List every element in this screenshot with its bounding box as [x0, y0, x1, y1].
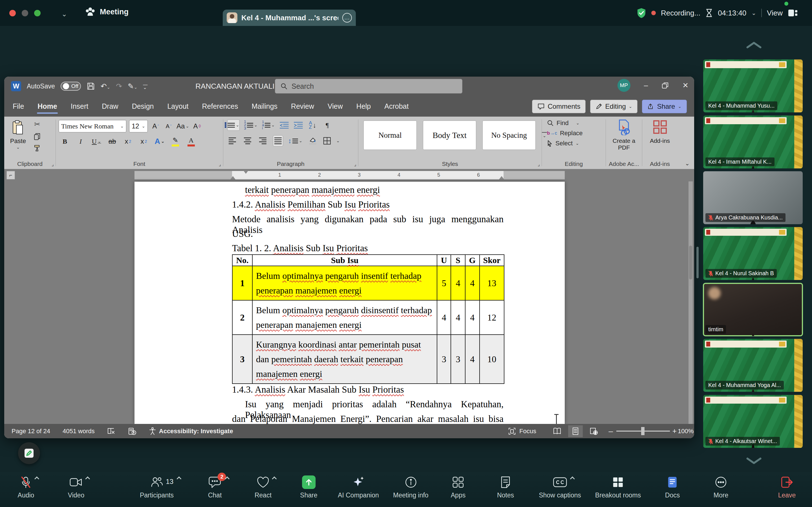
print-layout-button[interactable]: [568, 425, 583, 437]
font-size-combo[interactable]: 12⌄: [129, 120, 148, 132]
chevron-down-icon[interactable]: ⌄: [61, 10, 67, 18]
restore-icon[interactable]: [661, 82, 669, 89]
tab-acrobat[interactable]: Acrobat: [384, 100, 409, 113]
audio-chevron-icon[interactable]: [35, 476, 40, 482]
breakout-rooms-button[interactable]: Breakout rooms: [595, 475, 641, 499]
zoom-slider[interactable]: [616, 431, 670, 432]
bold-button[interactable]: B: [60, 136, 70, 147]
meeting-info-button[interactable]: Meeting info: [393, 475, 428, 499]
style-normal[interactable]: Normal: [363, 121, 417, 150]
strikethrough-button[interactable]: ab: [107, 136, 117, 147]
participant-tile[interactable]: Kel 4 - Muhammad Yoga Al...: [703, 339, 803, 392]
editing-mode-button[interactable]: Editing⌄: [590, 100, 638, 113]
style-no-spacing[interactable]: No Spacing: [483, 121, 536, 150]
font-dialog-launcher[interactable]: ⌟: [219, 161, 221, 167]
participant-tile-active[interactable]: timtim: [703, 283, 803, 336]
quick-access-overflow-icon[interactable]: —⌄: [143, 83, 147, 89]
undo-button[interactable]: ↶⌄: [101, 82, 110, 91]
tab-help[interactable]: Help: [356, 100, 371, 113]
proofing-icon[interactable]: [107, 427, 116, 435]
subscript-button[interactable]: x2: [123, 136, 133, 147]
apps-button[interactable]: Apps: [451, 475, 465, 499]
paragraph-dialog-launcher[interactable]: ⌟: [354, 161, 356, 167]
decrease-indent-button[interactable]: [280, 121, 289, 129]
chat-button[interactable]: 2 Chat: [208, 475, 222, 499]
right-indent-marker[interactable]: [499, 176, 504, 179]
security-shield-icon[interactable]: [637, 8, 646, 18]
participants-button[interactable]: 13 Participants: [140, 475, 174, 499]
grow-font-button[interactable]: Aˆ: [151, 121, 161, 132]
video-chevron-icon[interactable]: [86, 476, 90, 482]
show-marks-button[interactable]: ¶: [322, 119, 333, 131]
autosave-toggle[interactable]: Off: [61, 82, 81, 91]
tab-insert[interactable]: Insert: [70, 100, 89, 113]
share-button[interactable]: Share⌄: [642, 100, 687, 113]
leave-button[interactable]: Leave: [778, 475, 796, 499]
format-painter-icon[interactable]: [34, 145, 41, 152]
comments-button[interactable]: Comments: [532, 100, 586, 113]
search-box[interactable]: Search: [275, 79, 462, 94]
addins-button[interactable]: Add-ins: [642, 119, 677, 144]
align-left-button[interactable]: [227, 135, 238, 147]
copy-icon[interactable]: [34, 133, 41, 140]
left-indent-marker[interactable]: [231, 176, 236, 179]
tab-mailings[interactable]: Mailings: [251, 100, 278, 113]
replace-button[interactable]: b→c Replace: [547, 129, 583, 137]
italic-button[interactable]: I: [75, 136, 86, 147]
shading-button[interactable]: [308, 135, 318, 147]
tab-selector[interactable]: ⌐: [6, 171, 15, 179]
history-icon[interactable]: [128, 427, 137, 435]
tab-layout[interactable]: Layout: [167, 100, 189, 113]
zoom-percent[interactable]: 100%: [678, 428, 693, 435]
borders-chevron-icon[interactable]: ⌄: [336, 138, 340, 144]
close-icon[interactable]: ✕: [682, 81, 689, 90]
participants-chevron-icon[interactable]: [177, 476, 182, 482]
share-screen-button[interactable]: Share: [300, 475, 317, 499]
tab-references[interactable]: References: [202, 100, 239, 113]
clipboard-dialog-launcher[interactable]: ⌟: [52, 161, 54, 167]
save-icon[interactable]: [87, 82, 95, 91]
focus-button[interactable]: Focus: [508, 427, 536, 435]
word-count[interactable]: 4051 words: [63, 428, 95, 435]
read-mode-button[interactable]: [550, 425, 564, 437]
notes-button[interactable]: Notes: [497, 475, 514, 499]
paste-button[interactable]: Paste ⌄: [8, 120, 28, 150]
tab-view[interactable]: View: [327, 100, 343, 113]
participant-tile[interactable]: Kel 4 - Nurul Sakinah B: [703, 227, 803, 280]
tab-meeting[interactable]: Meeting: [85, 7, 129, 17]
captions-button[interactable]: Show captions: [539, 475, 581, 499]
zoom-window-light[interactable]: [34, 10, 41, 16]
document-scrollbar[interactable]: [689, 181, 693, 424]
participant-tile[interactable]: Kel 4 - Imam Miftahul K...: [703, 115, 803, 168]
tab-draw[interactable]: Draw: [101, 100, 119, 113]
usg-table[interactable]: No. Sub Isu U S G Skor 1 Belum optimalny…: [232, 255, 504, 384]
sidebar-scrollbar[interactable]: [696, 247, 699, 278]
page-indicator[interactable]: Page 12 of 24: [11, 428, 50, 435]
scroll-down-icon[interactable]: [746, 457, 762, 465]
docs-button[interactable]: Docs: [665, 475, 680, 499]
scroll-up-icon[interactable]: [746, 41, 762, 49]
increase-indent-button[interactable]: [294, 121, 303, 129]
justify-button[interactable]: [273, 135, 283, 147]
highlight-button[interactable]: ✎: [170, 136, 181, 147]
align-center-button[interactable]: [243, 135, 253, 147]
react-button[interactable]: React: [255, 475, 271, 499]
style-body-text[interactable]: Body Text: [423, 121, 476, 150]
first-line-indent-marker[interactable]: [243, 170, 248, 174]
view-button-label[interactable]: View: [767, 9, 783, 17]
underline-button[interactable]: U⌄: [91, 136, 101, 147]
text-effects-button[interactable]: A⌄: [154, 136, 165, 147]
annotate-button[interactable]: [18, 442, 40, 464]
find-button[interactable]: Find⌄: [547, 119, 583, 127]
audio-button[interactable]: Audio: [18, 475, 35, 499]
change-case-button[interactable]: Aa⌄: [176, 121, 189, 132]
zoom-slider-thumb[interactable]: [641, 427, 645, 435]
captions-chevron-icon[interactable]: [570, 476, 575, 482]
minimize-window-light[interactable]: [22, 10, 28, 16]
close-window-light[interactable]: [9, 10, 16, 16]
collapse-ribbon-icon[interactable]: ⌄: [685, 160, 690, 167]
shrink-font-button[interactable]: Aˇ: [163, 121, 174, 132]
tab-home[interactable]: Home: [37, 100, 57, 113]
cut-icon[interactable]: ✂: [34, 120, 40, 129]
superscript-button[interactable]: x2: [139, 136, 149, 147]
